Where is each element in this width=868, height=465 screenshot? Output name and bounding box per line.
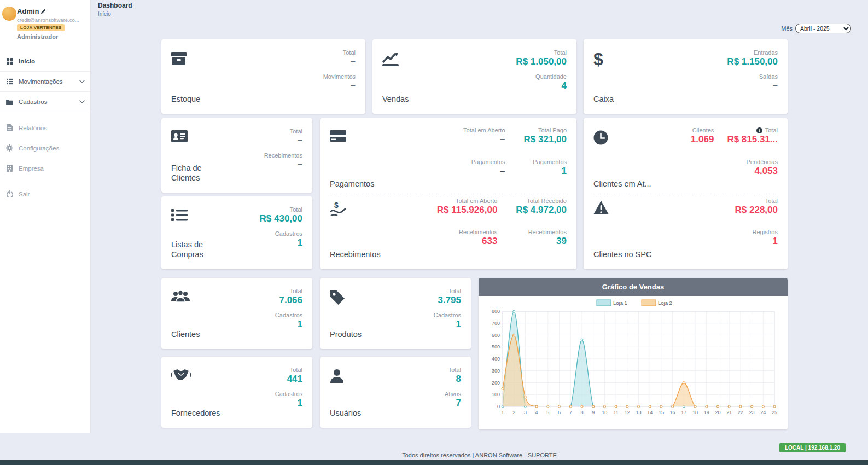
footer-bar (0, 460, 868, 465)
month-select[interactable]: Abril - 2025 (795, 24, 851, 33)
svg-text:1: 1 (501, 410, 504, 415)
card-estoque: Estoque Total– Movimentos– (161, 39, 365, 114)
stat-value: R$ 1.150,00 (727, 56, 778, 67)
recebimentos-section: $ Recebimentos Total em AbertoR$ 115.926… (330, 197, 567, 261)
id-card-icon (171, 130, 211, 142)
stat-label: Cadastros (275, 312, 302, 318)
sidebar-item-label: Relatórios (19, 125, 47, 131)
card-grafico-de-vendas: Gráfico de Vendas 0100200300400500600700… (479, 278, 788, 429)
sidebar-item-sair[interactable]: Sair (0, 184, 90, 204)
card-clientes-atraso-spc: Clientes em At... Clientes1.069 i Total … (584, 118, 788, 269)
svg-text:600: 600 (492, 333, 500, 338)
stat-value: – (463, 166, 505, 177)
stat-label: Quantidade (516, 73, 567, 80)
user-name: Admin (17, 7, 46, 15)
environment-badge: LOCAL | 192.168.1.20 (779, 443, 846, 452)
card-ficha-de-clientes: Ficha de Clientes Total– Recebimentos– (161, 118, 312, 193)
sidebar: Admin credit@anronsoftware.co... LOJA VE… (0, 0, 91, 433)
stat-value: 1.069 (691, 134, 714, 145)
divider (330, 194, 567, 194)
svg-text:3: 3 (524, 410, 527, 415)
stat-label: Total em Aberto (463, 127, 505, 133)
avatar (2, 7, 16, 21)
user-name-text: Admin (17, 7, 39, 15)
list-icon (5, 78, 14, 85)
page-title: Dashboard (98, 2, 132, 9)
stat-value: R$ 228,00 (735, 205, 778, 216)
stat-label: Total (445, 367, 461, 373)
svg-text:15: 15 (659, 410, 664, 415)
stat-value: 4.053 (727, 166, 778, 177)
card-title: Listas de Compras (171, 240, 211, 259)
stat-value: 441 (275, 374, 302, 385)
svg-text:4: 4 (535, 410, 538, 415)
copyright-text: Todos direitos reservados | ANRON Softwa… (91, 452, 868, 458)
stat-value: 1 (434, 319, 461, 330)
stat-label: Total (735, 197, 778, 204)
card-vendas: Vendas TotalR$ 1.050,00 Quantidade4 (372, 39, 576, 114)
svg-text:11: 11 (613, 410, 618, 415)
card-title: Clientes em At... (593, 179, 651, 189)
sidebar-item-configuracoes[interactable]: Configurações (0, 138, 90, 158)
card-caixa: $ Caixa EntradasR$ 1.150,00 Saídas– (584, 39, 788, 114)
svg-text:24: 24 (760, 410, 766, 415)
svg-text:700: 700 (492, 321, 500, 326)
svg-text:Loja 2: Loja 2 (658, 300, 672, 306)
card-title: Produtos (330, 330, 362, 339)
archive-box-icon (171, 51, 200, 66)
stat-value: 633 (437, 236, 498, 247)
sidebar-item-label: Início (19, 58, 35, 65)
divider (593, 194, 778, 194)
stat-label: Total (275, 367, 302, 373)
list-icon (171, 208, 211, 222)
edit-pencil-icon[interactable] (41, 7, 46, 15)
stat-label: Clientes (691, 127, 714, 133)
card-title: Vendas (382, 95, 409, 104)
report-icon (5, 124, 14, 131)
sidebar-item-relatorios[interactable]: Relatórios (0, 118, 90, 138)
stat-label: Cadastros (434, 312, 461, 318)
user-email: credit@anronsoftware.co... (17, 17, 79, 23)
card-title: Caixa (593, 95, 614, 104)
sidebar-item-empresa[interactable]: Empresa (0, 158, 90, 178)
store-badge: LOJA VERTENTES (17, 24, 65, 31)
stat-value: – (323, 56, 356, 67)
svg-text:22: 22 (738, 410, 743, 415)
sidebar-item-label: Configurações (19, 145, 59, 152)
stat-label: Total em Aberto (437, 197, 498, 204)
svg-text:17: 17 (681, 410, 686, 415)
building-icon (5, 165, 14, 172)
stat-label: Recebimentos (516, 229, 567, 235)
stat-value: R$ 115.926,00 (437, 205, 498, 216)
stat-value: 8 (445, 374, 461, 385)
svg-text:16: 16 (670, 410, 675, 415)
dollar-sign-icon: $ (593, 51, 614, 67)
breadcrumb: Início (98, 11, 111, 17)
month-filter: Mês Abril - 2025 (781, 24, 851, 33)
card-title: Ficha de Clientes (171, 164, 211, 183)
sidebar-item-cadastros[interactable]: Cadastros (0, 92, 90, 112)
card-title: Estoque (171, 95, 200, 104)
clock-icon (593, 130, 651, 145)
stat-value: 1 (524, 166, 567, 177)
svg-text:500: 500 (492, 344, 500, 350)
warning-triangle-icon (593, 201, 651, 214)
stat-label: Total (434, 288, 461, 294)
sidebar-item-label: Empresa (19, 165, 44, 172)
sidebar-item-inicio[interactable]: Início (0, 51, 90, 71)
stat-value: – (264, 159, 302, 170)
stat-label: Pagamentos (463, 159, 505, 165)
svg-text:9: 9 (592, 410, 595, 415)
stat-label: Total Pago (524, 127, 567, 133)
stat-value: 1 (260, 237, 302, 248)
stat-label: Total (275, 288, 302, 294)
svg-text:21: 21 (726, 410, 732, 415)
sidebar-item-movimentacoes[interactable]: Movimentações (0, 71, 90, 92)
svg-text:100: 100 (492, 392, 500, 397)
svg-text:8: 8 (580, 410, 583, 415)
stat-label: Saídas (727, 73, 778, 80)
svg-text:25: 25 (772, 410, 777, 415)
stat-label: Total Recebido (516, 197, 567, 204)
stat-value: 1 (275, 398, 302, 409)
users-icon (171, 290, 200, 303)
